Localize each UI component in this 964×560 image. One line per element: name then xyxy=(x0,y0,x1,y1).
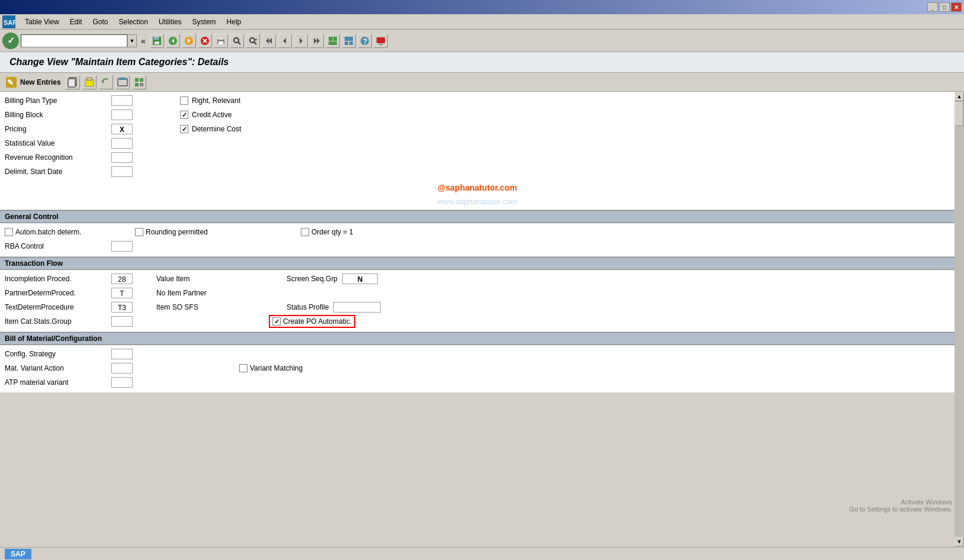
atp-material-variant-field[interactable] xyxy=(111,377,133,388)
variant-matching-checkbox[interactable] xyxy=(239,364,248,372)
status-profile-field[interactable] xyxy=(333,302,381,313)
config-strategy-row: Config. Strategy xyxy=(5,347,950,361)
config-strategy-label: Config. Strategy xyxy=(5,350,111,358)
svg-point-17 xyxy=(250,38,255,43)
windows-activation-line1: Activate Windows xyxy=(849,498,952,506)
back-arrows-button[interactable]: « xyxy=(139,36,148,46)
general-control-grid: Autom.batch determ. Rounding permitted O… xyxy=(0,223,955,257)
rba-control-field[interactable] xyxy=(111,241,133,252)
scroll-thumb[interactable] xyxy=(955,102,963,126)
svg-marker-21 xyxy=(269,38,272,44)
revenue-recognition-field[interactable] xyxy=(111,152,133,163)
pricing-field[interactable]: X xyxy=(111,124,133,134)
save-button[interactable] xyxy=(150,34,164,48)
cancel-button[interactable] xyxy=(198,34,212,48)
next-page-button[interactable] xyxy=(294,34,308,48)
svg-rect-27 xyxy=(333,37,337,41)
svg-marker-22 xyxy=(283,38,286,44)
status-profile-label: Status Profile xyxy=(287,303,329,311)
find-button[interactable] xyxy=(230,34,244,48)
print-button[interactable] xyxy=(214,34,228,48)
order-qty-checkbox[interactable] xyxy=(301,228,309,236)
forward-button[interactable] xyxy=(182,34,196,48)
determine-cost-checkbox[interactable] xyxy=(180,125,188,133)
menu-system[interactable]: System xyxy=(188,17,221,27)
svg-text:SAP: SAP xyxy=(4,19,15,26)
minimize-button[interactable]: _ xyxy=(927,2,938,12)
svg-rect-35 xyxy=(379,44,383,45)
menu-selection[interactable]: Selection xyxy=(114,17,153,27)
menu-help[interactable]: Help xyxy=(222,17,246,27)
confirm-button[interactable]: ✓ xyxy=(2,33,19,49)
paste-button[interactable] xyxy=(82,75,97,89)
config-strategy-field[interactable] xyxy=(111,349,133,359)
partner-determ-proced-row: PartnerDetermProced. T No Item Partner xyxy=(5,287,950,300)
window-controls[interactable]: _ □ ✕ xyxy=(927,2,962,12)
svg-text:✎: ✎ xyxy=(7,78,14,87)
menu-utilities[interactable]: Utilities xyxy=(154,17,187,27)
details-button[interactable] xyxy=(115,75,130,89)
scroll-up-button[interactable]: ▲ xyxy=(955,92,964,101)
svg-rect-28 xyxy=(329,41,337,45)
watermark: @saphanatutor.com xyxy=(5,179,950,196)
credit-active-checkbox[interactable] xyxy=(180,111,188,119)
general-control-header: General Control xyxy=(0,210,955,223)
delimit-start-date-row: Delimit. Start Date xyxy=(5,165,950,178)
mat-variant-action-field[interactable] xyxy=(111,363,133,374)
screen-seq-grp-field[interactable]: N xyxy=(342,273,378,284)
menu-edit[interactable]: Edit xyxy=(65,17,87,27)
partner-determ-field[interactable]: T xyxy=(111,288,133,298)
first-page-button[interactable] xyxy=(262,34,276,48)
incompletion-proced-row: Incompletion Proced. 28 Value Item Scree… xyxy=(5,272,950,285)
svg-rect-45 xyxy=(135,78,139,82)
create-po-automatic-checkbox[interactable] xyxy=(272,317,281,326)
action-toolbar: ✎ New Entries xyxy=(0,73,964,92)
status-bar: SAP xyxy=(0,547,964,560)
billing-plan-type-field[interactable] xyxy=(111,95,133,106)
back-button[interactable] xyxy=(166,34,180,48)
item-cat-stats-label: Item Cat.Stats.Group xyxy=(5,317,111,326)
layout-button1[interactable] xyxy=(326,34,340,48)
new-entries-label: New Entries xyxy=(20,78,61,86)
help-button[interactable]: ? xyxy=(358,34,372,48)
svg-marker-42 xyxy=(101,81,104,83)
statistical-value-field[interactable] xyxy=(111,138,133,149)
incompletion-proced-field[interactable]: 28 xyxy=(111,273,133,284)
general-control-row1: Autom.batch determ. Rounding permitted O… xyxy=(5,226,950,239)
page-title: Change View "Maintain Item Categories": … xyxy=(9,57,955,67)
billing-block-field[interactable] xyxy=(111,110,133,120)
rounding-permitted-checkbox[interactable] xyxy=(135,228,143,236)
display-button[interactable] xyxy=(374,34,388,48)
text-determ-field[interactable]: T3 xyxy=(111,302,133,313)
atp-material-variant-label: ATP material variant xyxy=(5,378,111,387)
autom-batch-checkbox[interactable] xyxy=(5,228,13,236)
maximize-button[interactable]: □ xyxy=(939,2,950,12)
svg-line-16 xyxy=(238,42,240,44)
command-dropdown[interactable]: ▼ xyxy=(127,34,137,47)
undo-button[interactable] xyxy=(99,75,113,89)
incompletion-proced-label: Incompletion Proced. xyxy=(5,275,111,283)
delimit-start-date-field[interactable] xyxy=(111,166,133,177)
svg-rect-3 xyxy=(154,37,159,40)
statistical-value-label: Statistical Value xyxy=(5,139,111,147)
item-so-sfs-label: Item SO SFS xyxy=(156,303,198,311)
right-relevant-checkbox[interactable] xyxy=(180,96,188,105)
copy-button[interactable] xyxy=(66,75,80,89)
item-cat-stats-field[interactable] xyxy=(111,316,133,327)
vertical-scrollbar[interactable]: ▲ ▼ xyxy=(955,92,964,546)
close-button[interactable]: ✕ xyxy=(951,2,962,12)
last-page-button[interactable] xyxy=(310,34,324,48)
create-po-automatic-label: Create PO Automatic. xyxy=(283,317,352,326)
menu-goto[interactable]: Goto xyxy=(88,17,113,27)
find-next-button[interactable] xyxy=(246,34,260,48)
scroll-down-button[interactable]: ▼ xyxy=(955,537,964,546)
svg-rect-41 xyxy=(87,78,92,81)
layout-button2[interactable] xyxy=(342,34,356,48)
prev-page-button[interactable] xyxy=(278,34,292,48)
sap-status-button[interactable]: SAP xyxy=(5,549,31,559)
config-button[interactable] xyxy=(132,75,146,89)
menu-tableview[interactable]: Table View xyxy=(20,17,64,27)
svg-rect-31 xyxy=(349,41,353,45)
svg-rect-26 xyxy=(329,37,333,41)
command-field[interactable] xyxy=(21,34,127,47)
